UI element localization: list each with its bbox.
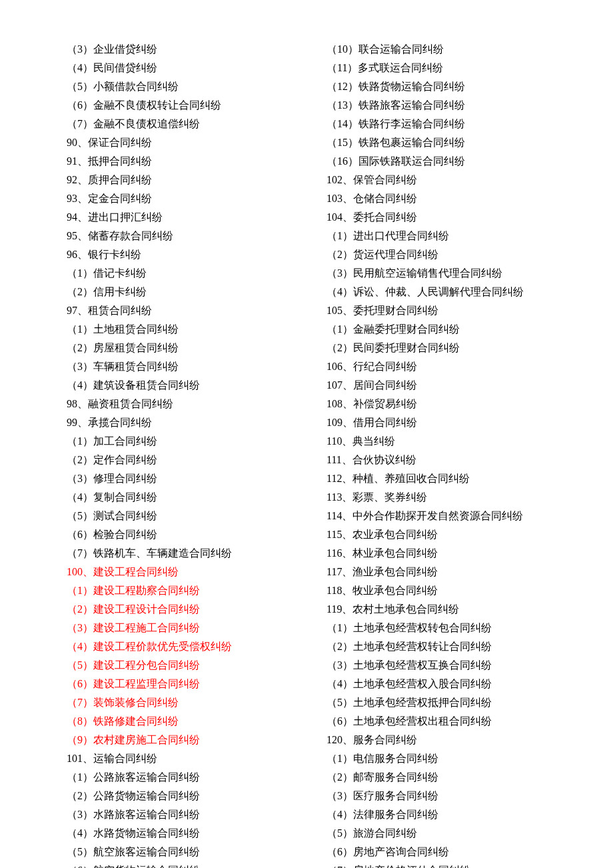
list-item: （1）金融委托理财合同纠纷 [326,320,546,339]
list-item: （6）土地承包经营权出租合同纠纷 [326,712,546,731]
list-item: （3）建设工程施工合同纠纷 [67,619,287,637]
list-item: 101、运输合同纠纷 [67,749,287,768]
list-item: 103、仓储合同纠纷 [326,189,546,208]
list-item: （2）房屋租赁合同纠纷 [67,339,287,357]
list-item: 91、抵押合同纠纷 [67,152,287,171]
list-item: （15）铁路包裹运输合同纠纷 [326,133,546,152]
list-item: 114、中外合作勘探开发自然资源合同纠纷 [326,507,546,525]
list-item: （4）法律服务合同纠纷 [326,805,546,824]
list-item: （3）医疗服务合同纠纷 [326,787,546,805]
list-item: 96、银行卡纠纷 [67,245,287,264]
list-item: （1）加工合同纠纷 [67,432,287,451]
list-item: 110、典当纠纷 [326,432,546,451]
list-item: 98、融资租赁合同纠纷 [67,395,287,413]
list-item: （5）航空旅客运输合同纠纷 [67,843,287,861]
list-item: 112、种植、养殖回收合同纠纷 [326,469,546,488]
list-item: （2）货运代理合同纠纷 [326,245,546,264]
list-item: （1）借记卡纠纷 [67,264,287,283]
list-item: （6）航空货物运输合同纠纷 [67,861,287,868]
list-item: 119、农村土地承包合同纠纷 [326,600,546,619]
list-item: 99、承揽合同纠纷 [67,413,287,432]
list-item: 102、保管合同纠纷 [326,171,546,189]
list-item: 97、租赁合同纠纷 [67,301,287,320]
list-item: 118、牧业承包合同纠纷 [326,581,546,600]
list-item: （13）铁路旅客运输合同纠纷 [326,96,546,115]
list-item: （7）房地产价格评估合同纠纷 [326,861,546,868]
list-item: （2）土地承包经营权转让合同纠纷 [326,637,546,656]
list-item: （6）检验合同纠纷 [67,525,287,544]
list-item: 90、保证合同纠纷 [67,133,287,152]
list-item: （9）农村建房施工合同纠纷 [67,731,287,749]
list-item: （4）土地承包经营权入股合同纠纷 [326,675,546,693]
list-item: （1）电信服务合同纠纷 [326,749,546,768]
list-item: （6）房地产咨询合同纠纷 [326,843,546,861]
list-item: 105、委托理财合同纠纷 [326,301,546,320]
list-item: （5）测试合同纠纷 [67,507,287,525]
list-item: （1）进出口代理合同纠纷 [326,227,546,245]
list-item: （1）公路旅客运输合同纠纷 [67,768,287,787]
list-item: 92、质押合同纠纷 [67,171,287,189]
list-item: （7）金融不良债权追偿纠纷 [67,115,287,133]
list-item: （4）复制合同纠纷 [67,488,287,507]
list-item: （16）国际铁路联运合同纠纷 [326,152,546,171]
list-item: （10）联合运输合同纠纷 [326,40,546,59]
list-item: （3）车辆租赁合同纠纷 [67,357,287,376]
list-item: （8）铁路修建合同纠纷 [67,712,287,731]
list-item: 117、渔业承包合同纠纷 [326,563,546,581]
list-item: （5）小额借款合同纠纷 [67,77,287,96]
list-item: 116、林业承包合同纠纷 [326,544,546,563]
list-item: （4）建设工程价款优先受偿权纠纷 [67,637,287,656]
list-item: （7）装饰装修合同纠纷 [67,693,287,712]
list-item: （3）土地承包经营权互换合同纠纷 [326,656,546,675]
list-item: （4）建筑设备租赁合同纠纷 [67,376,287,395]
list-item: （3）民用航空运输销售代理合同纠纷 [326,264,546,283]
list-item: （4）民间借贷纠纷 [67,59,287,77]
list-item: （3）水路旅客运输合同纠纷 [67,805,287,824]
right-column: （10）联合运输合同纠纷（11）多式联运合同纠纷（12）铁路货物运输合同纠纷（1… [326,40,546,868]
list-item: （2）邮寄服务合同纠纷 [326,768,546,787]
list-item: 107、居间合同纠纷 [326,376,546,395]
list-item: 108、补偿贸易纠纷 [326,395,546,413]
list-item: （5）土地承包经营权抵押合同纠纷 [326,693,546,712]
list-item: （2）民间委托理财合同纠纷 [326,339,546,357]
list-item: （1）土地承包经营权转包合同纠纷 [326,619,546,637]
list-item: （12）铁路货物运输合同纠纷 [326,77,546,96]
list-item: 104、委托合同纠纷 [326,208,546,227]
list-item: 106、行纪合同纠纷 [326,357,546,376]
list-item: 111、合伙协议纠纷 [326,451,546,469]
list-item: 115、农业承包合同纠纷 [326,525,546,544]
list-item: （1）土地租赁合同纠纷 [67,320,287,339]
list-item: （2）建设工程设计合同纠纷 [67,600,287,619]
list-item: （1）建设工程勘察合同纠纷 [67,581,287,600]
list-item: 95、储蓄存款合同纠纷 [67,227,287,245]
list-item: （2）公路货物运输合同纠纷 [67,787,287,805]
list-item: （3）修理合同纠纷 [67,469,287,488]
list-item: （4）水路货物运输合同纠纷 [67,824,287,843]
list-item: 113、彩票、奖券纠纷 [326,488,546,507]
list-item: （6）建设工程监理合同纠纷 [67,675,287,693]
document-columns: （3）企业借贷纠纷（4）民间借贷纠纷（5）小额借款合同纠纷（6）金融不良债权转让… [67,40,546,868]
list-item: （6）金融不良债权转让合同纠纷 [67,96,287,115]
list-item: 100、建设工程合同纠纷 [67,563,287,581]
list-item: （4）诉讼、仲裁、人民调解代理合同纠纷 [326,283,546,301]
list-item: （3）企业借贷纠纷 [67,40,287,59]
list-item: 120、服务合同纠纷 [326,731,546,749]
list-item: （5）建设工程分包合同纠纷 [67,656,287,675]
left-column: （3）企业借贷纠纷（4）民间借贷纠纷（5）小额借款合同纠纷（6）金融不良债权转让… [67,40,287,868]
list-item: （11）多式联运合同纠纷 [326,59,546,77]
list-item: 109、借用合同纠纷 [326,413,546,432]
list-item: （14）铁路行李运输合同纠纷 [326,115,546,133]
list-item: （2）定作合同纠纷 [67,451,287,469]
list-item: （5）旅游合同纠纷 [326,824,546,843]
list-item: 93、定金合同纠纷 [67,189,287,208]
list-item: （7）铁路机车、车辆建造合同纠纷 [67,544,287,563]
list-item: （2）信用卡纠纷 [67,283,287,301]
list-item: 94、进出口押汇纠纷 [67,208,287,227]
